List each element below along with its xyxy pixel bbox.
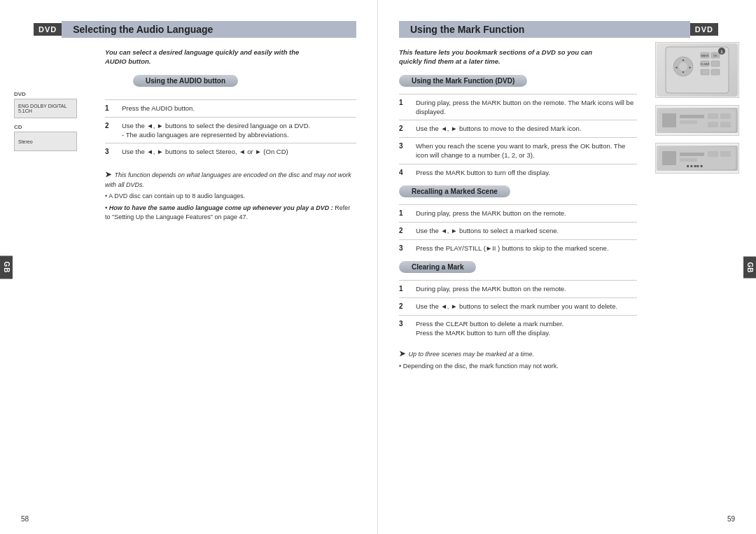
clear-step-2: 2 Use the ◄, ► buttons to select the mar… (399, 297, 637, 315)
svg-rect-29 (680, 158, 697, 162)
svg-text:▼: ▼ (682, 70, 685, 74)
svg-rect-31 (720, 151, 731, 157)
left-intro-text: You can select a desired language quickl… (105, 48, 356, 66)
left-main-content: You can select a desired language quickl… (105, 48, 356, 223)
clear-step-1: 1 During play, press the MARK button on … (399, 280, 637, 297)
panel-image-1 (655, 105, 739, 136)
recall-steps: 1 During play, press the MARK button on … (399, 204, 637, 257)
svg-rect-11 (701, 69, 709, 75)
gb-badge-left: GB (0, 255, 13, 279)
svg-rect-24 (708, 122, 718, 127)
svg-text:■ ■   ■■ ■: ■ ■ ■■ ■ (687, 164, 703, 168)
svg-rect-27 (662, 151, 676, 165)
left-page-num: 58 (21, 515, 29, 523)
right-main-content: This feature lets you bookmark sections … (399, 48, 637, 371)
mark-function-dvd-btn: Using the Mark Function (DVD) (399, 75, 527, 87)
right-notes: ➤ Up to three scenes may be marked at a … (399, 348, 637, 371)
right-intro-text: This feature lets you bookmark sections … (399, 48, 637, 66)
remote-svg: ▲ ▼ ◄ ► MARK OK CLEAR (662, 45, 732, 94)
dvd-device-label: DVD (14, 91, 77, 97)
svg-rect-25 (720, 122, 731, 127)
panel-display-2: ■ ■ ■■ ■ (657, 146, 738, 171)
right-page-num: 59 (727, 515, 735, 523)
recall-step-3: 3 Press the PLAY/STILL (►II ) buttons to… (399, 239, 637, 257)
left-step-2: 2 Use the ◄, ► buttons to select the des… (105, 117, 356, 143)
left-notes: ➤ This function depends on what language… (105, 169, 356, 223)
audio-btn-container: Using the AUDIO button (105, 75, 356, 94)
svg-rect-12 (711, 69, 720, 75)
mark-function-dvd-section: Using the Mark Function (DVD) 1 During p… (399, 75, 637, 181)
left-note-3: • How to have the same audio language co… (105, 204, 356, 223)
dvd-badge-right: DVD (690, 23, 718, 36)
mark-step-1-1: 1 During play, press the MARK button on … (399, 94, 637, 120)
cd-display-image: Stereo (14, 132, 77, 151)
svg-rect-28 (680, 153, 704, 156)
dvd-display-image: ENG DOLBY DIGITAL 5.1CH (14, 99, 77, 118)
clear-step-3: 3 Press the CLEAR button to delete a mar… (399, 315, 637, 342)
remote-image: ▲ ▼ ◄ ► MARK OK CLEAR (657, 43, 738, 97)
clear-btn: Clearing a Mark (399, 261, 476, 273)
svg-text:▲: ▲ (682, 57, 685, 62)
svg-rect-19 (662, 113, 676, 127)
left-note-2: • A DVD disc can contain up to 8 audio l… (105, 192, 356, 202)
dvd-badge-left: DVD (34, 23, 62, 36)
left-section-title: Selecting the Audio Language (62, 21, 356, 38)
svg-rect-22 (708, 113, 718, 119)
panel-image-2: ■ ■ ■■ ■ (655, 143, 739, 174)
cd-display-text: Stereo (18, 139, 33, 144)
svg-text:MARK: MARK (701, 54, 709, 57)
clear-section: Clearing a Mark 1 During play, press the… (399, 261, 637, 342)
mark-function-steps: 1 During play, press the MARK button on … (399, 94, 637, 181)
left-step-1: 1 Press the AUDIO button. (105, 99, 356, 117)
recall-btn: Recalling a Marked Scene (399, 185, 510, 197)
left-step-3: 3 Use the ◄, ► buttons to select Stereo,… (105, 143, 356, 160)
svg-text:►: ► (689, 65, 692, 69)
left-devices: DVD ENG DOLBY DIGITAL 5.1CH CD Stereo (14, 91, 77, 157)
right-note-1: ➤ Up to three scenes may be marked at a … (399, 348, 637, 360)
right-section-header: Using the Mark Function DVD (399, 21, 718, 38)
svg-rect-10 (711, 61, 720, 66)
gb-badge-right: GB (743, 256, 756, 278)
svg-text:CLEAR: CLEAR (700, 62, 709, 66)
svg-rect-20 (680, 115, 704, 118)
right-section-title: Using the Mark Function (399, 21, 690, 38)
right-device-images: ▲ ▼ ◄ ► MARK OK CLEAR (655, 42, 739, 174)
dvd-display-text: ENG DOLBY DIGITAL 5.1CH (18, 104, 73, 113)
mark-step-1-4: 4 Press the MARK button to turn off the … (399, 164, 637, 181)
recall-step-1: 1 During play, press the MARK button on … (399, 204, 637, 222)
recall-section: Recalling a Marked Scene 1 During play, … (399, 185, 637, 257)
svg-text:OK: OK (713, 54, 718, 57)
left-note-1: ➤ This function depends on what language… (105, 169, 356, 190)
left-page: GB DVD Selecting the Audio Language DVD … (0, 0, 378, 534)
svg-rect-23 (720, 113, 731, 119)
panel-display-1 (657, 108, 738, 133)
mark-step-1-3: 3 When you reach the scene you want to m… (399, 137, 637, 164)
recall-step-2: 2 Use the ◄, ► buttons to select a marke… (399, 222, 637, 239)
remote-image-box: ▲ ▼ ◄ ► MARK OK CLEAR (655, 42, 739, 98)
right-page: GB Using the Mark Function DVD ▲ ▼ (378, 0, 756, 534)
svg-text:◄: ◄ (675, 65, 678, 69)
svg-rect-21 (680, 120, 697, 124)
left-section-header: DVD Selecting the Audio Language (34, 21, 356, 38)
clear-steps: 1 During play, press the MARK button on … (399, 280, 637, 342)
left-steps: 1 Press the AUDIO button. 2 Use the ◄, ►… (105, 99, 356, 161)
right-note-2: • Depending on the disc, the mark functi… (399, 362, 637, 372)
mark-step-1-2: 2 Use the ◄, ► buttons to move to the de… (399, 120, 637, 137)
svg-rect-30 (708, 151, 718, 157)
cd-device-label: CD (14, 124, 77, 130)
audio-section-btn: Using the AUDIO button (133, 75, 238, 87)
